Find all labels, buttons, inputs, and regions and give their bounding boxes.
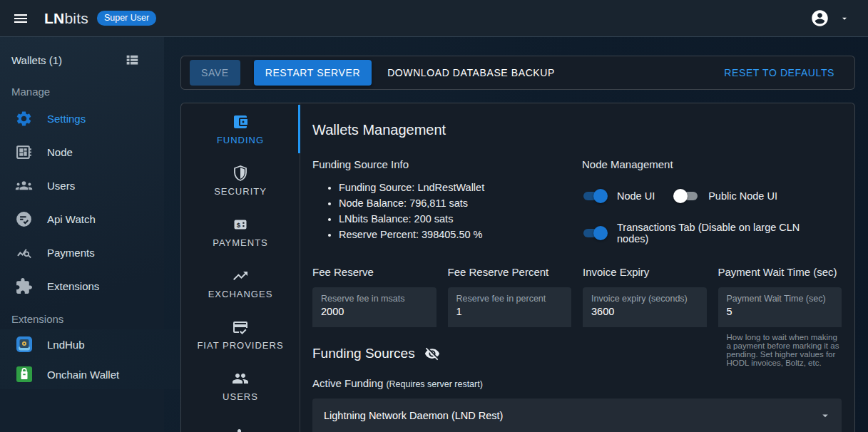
tab-payments[interactable]: $ Payments (181, 206, 300, 257)
download-database-backup-button[interactable]: Download Database Backup (376, 60, 566, 86)
onchain-wallet-app-icon (14, 365, 34, 384)
brand-logo[interactable]: LNbits (44, 10, 88, 27)
hamburger-icon (12, 10, 29, 27)
super-user-badge: Super User (97, 11, 156, 26)
sidebar-item-node[interactable]: Node (0, 135, 164, 169)
funding-source-info-section: Funding Source Info Funding Source: LndR… (312, 158, 572, 245)
select-value: Lightning Network Daemon (LND Rest) (324, 410, 503, 421)
puzzle-icon (14, 277, 34, 296)
list-item: Funding Source: LndRestWallet (339, 182, 572, 193)
funding-source-info-title: Funding Source Info (312, 158, 572, 170)
tab-exchanges[interactable]: Exchanges (181, 257, 300, 309)
dropdown-arrow-icon (819, 409, 832, 422)
sidebar-item-extensions[interactable]: Extensions (0, 269, 164, 303)
invoice-expiry-field: Invoice Expiry Invoice expiry (seconds) … (583, 266, 707, 327)
extensions-section-label: Extensions (0, 303, 164, 329)
sidebar-item-label: Onchain Wallet (47, 369, 119, 381)
groups-icon (14, 176, 34, 195)
tab-label: Security (214, 186, 267, 197)
svg-text:$: $ (237, 220, 241, 228)
reset-to-defaults-button[interactable]: Reset to Defaults (713, 60, 846, 86)
visibility-off-icon[interactable] (424, 346, 440, 361)
tab-label: Fiat Providers (197, 340, 283, 351)
node-management-section: Node Management Node UI Public Node UI T… (582, 158, 842, 245)
field-hint: How long to wait when making a payment b… (727, 333, 842, 367)
account-circle-icon (810, 9, 829, 28)
account-menu-button[interactable] (810, 9, 849, 28)
brand-strong: LN (44, 10, 64, 26)
payment-wait-time-input[interactable]: Payment Wait Time (sec) 5 (718, 287, 842, 327)
transactions-tab-toggle[interactable] (582, 226, 608, 240)
page-title: Wallets Management (312, 122, 842, 138)
tab-fiat-providers[interactable]: Fiat Providers (181, 309, 300, 360)
field-label: Fee Reserve Percent (448, 266, 572, 278)
credit-card-check-icon (232, 319, 249, 336)
sidebar-item-label: Api Watch (47, 213, 96, 225)
wallet-icon (232, 113, 249, 130)
sidebar-item-label: Users (47, 180, 75, 192)
tab-extensions-partial[interactable] (181, 411, 300, 432)
tab-label: Exchanges (208, 289, 273, 299)
list-item: Node Balance: 796,811 sats (339, 197, 572, 209)
input-floating-label: Reserve fee in msats (321, 294, 428, 304)
query-stats-icon (14, 243, 34, 262)
toggle-label: Node UI (617, 190, 655, 202)
wallets-label: Wallets (1) (11, 54, 62, 66)
view-list-icon[interactable] (124, 52, 140, 68)
tab-label: Funding (217, 135, 264, 145)
tab-users[interactable]: Users (181, 360, 300, 411)
funding-tab-content: Wallets Management Funding Source Info F… (300, 103, 854, 432)
sidebar: Wallets (1) Manage Settings Node Users A… (0, 37, 164, 432)
sidebar-item-users[interactable]: Users (0, 169, 164, 202)
tab-security[interactable]: Security (181, 155, 300, 206)
public-node-ui-toggle[interactable] (673, 189, 699, 203)
active-funding-label: Active Funding (Requires server restart) (312, 377, 842, 389)
main-content: Save Restart Server Download Database Ba… (164, 37, 868, 432)
transactions-tab-toggle-row: Transactions Tab (Disable on large CLN n… (582, 222, 842, 245)
tab-label: Payments (213, 237, 268, 248)
settings-card: Funding Security $ Payments Exchanges Fi… (180, 103, 855, 432)
input-value: 5 (727, 306, 834, 317)
input-floating-label: Payment Wait Time (sec) (727, 294, 834, 304)
input-floating-label: Reserve fee in percent (456, 294, 563, 304)
node-ui-toggle-row: Node UI Public Node UI (582, 189, 842, 203)
restart-server-button[interactable]: Restart Server (254, 60, 372, 86)
input-value: 1 (456, 306, 563, 317)
field-label: Payment Wait Time (sec) (718, 266, 842, 278)
sidebar-wallets-row[interactable]: Wallets (1) (0, 44, 164, 76)
list-item: Reserve Percent: 398405.50 % (339, 229, 572, 240)
field-label: Invoice Expiry (583, 266, 707, 278)
people-icon (232, 370, 249, 387)
toggle-label: Public Node UI (708, 190, 777, 202)
fee-reserve-field: Fee Reserve Reserve fee in msats 2000 (312, 266, 436, 327)
fee-reserve-percent-input[interactable]: Reserve fee in percent 1 (448, 287, 572, 327)
node-management-title: Node Management (582, 158, 842, 170)
sidebar-item-label: Payments (47, 247, 95, 259)
sidebar-item-label: Extensions (47, 280, 99, 292)
sidebar-item-settings[interactable]: Settings (0, 102, 164, 135)
lndhub-app-icon (14, 335, 34, 354)
api-watch-icon (14, 210, 34, 229)
tab-label: Users (223, 391, 258, 402)
sidebar-item-label: Node (47, 146, 73, 158)
active-funding-text: Active Funding (312, 377, 383, 389)
sidebar-item-api-watch[interactable]: Api Watch (0, 202, 164, 236)
invoice-expiry-input[interactable]: Invoice expiry (seconds) 3600 (583, 287, 707, 327)
payment-wait-time-field: Payment Wait Time (sec) Payment Wait Tim… (718, 266, 842, 327)
input-value: 3600 (591, 306, 698, 317)
fee-reserve-input[interactable]: Reserve fee in msats 2000 (312, 287, 436, 327)
menu-button[interactable] (12, 10, 29, 27)
node-ui-toggle[interactable] (582, 189, 608, 203)
funding-sources-title: Funding Sources (312, 346, 415, 361)
sidebar-item-payments[interactable]: Payments (0, 236, 164, 269)
chevron-down-icon (839, 14, 849, 24)
active-funding-select[interactable]: Lightning Network Daemon (LND Rest) (312, 398, 842, 432)
developer-board-icon (14, 143, 34, 162)
manage-section-label: Manage (0, 76, 164, 102)
save-button[interactable]: Save (190, 60, 240, 86)
lnbits-app: LNbits Super User Wallets (1) Manage Set… (0, 0, 868, 432)
brand-light: bits (64, 10, 88, 26)
tab-funding[interactable]: Funding (181, 103, 300, 155)
fee-reserve-percent-field: Fee Reserve Percent Reserve fee in perce… (448, 266, 572, 327)
puzzle-icon (232, 428, 249, 432)
